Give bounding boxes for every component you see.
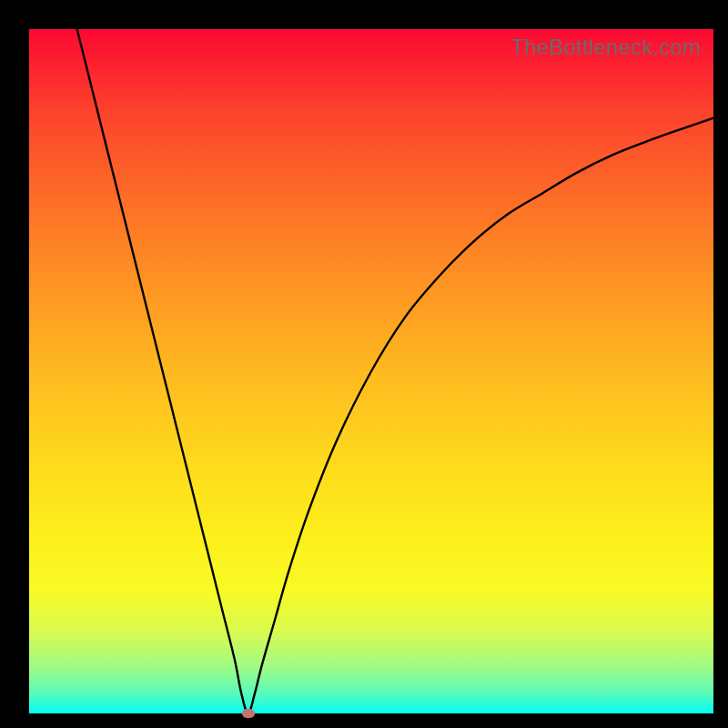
chart-frame: TheBottleneck.com xyxy=(0,0,728,728)
minimum-point-marker xyxy=(242,709,255,718)
plot-area: TheBottleneck.com xyxy=(29,29,713,713)
bottleneck-curve xyxy=(29,29,713,713)
